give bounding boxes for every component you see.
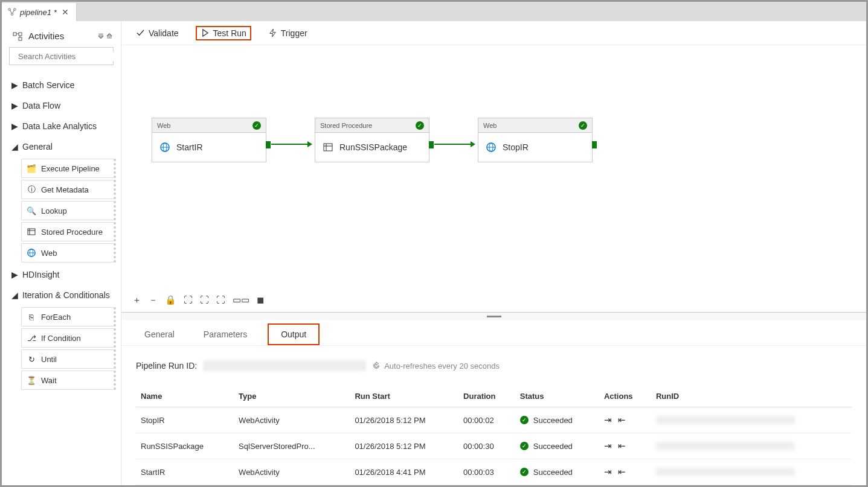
stored-procedure-icon xyxy=(323,142,333,153)
category-data-flow[interactable]: ▶Data Flow xyxy=(2,95,121,116)
node-port-out[interactable] xyxy=(592,141,597,148)
node-port-out[interactable] xyxy=(266,141,271,148)
pipeline-icon xyxy=(8,8,16,16)
input-action-icon[interactable]: ⇥ xyxy=(604,415,612,425)
activity-stored-procedure[interactable]: Stored Procedure xyxy=(21,222,116,241)
category-general[interactable]: ◢General xyxy=(2,136,121,157)
tab-parameters[interactable]: Parameters xyxy=(195,323,256,345)
category-batch-service[interactable]: ▶Batch Service xyxy=(2,75,121,95)
activities-sidebar: Activities ⟱ ⟰ ▶Batch Service ▶Data Flow… xyxy=(2,21,121,485)
table-row[interactable]: StopIR WebActivity 01/26/2018 5:12 PM 00… xyxy=(136,407,852,433)
col-actions[interactable]: Actions xyxy=(599,386,651,407)
activity-web[interactable]: Web xyxy=(21,243,116,263)
cell-start: 01/26/2018 4:41 PM xyxy=(350,459,458,485)
run-results-table: Name Type Run Start Duration Status Acti… xyxy=(136,386,852,485)
col-duration[interactable]: Duration xyxy=(458,386,515,407)
activity-execute-pipeline[interactable]: 🗂️Execute Pipeline xyxy=(21,159,116,178)
pipeline-canvas[interactable]: Web✓ StartIR Stored Procedure✓ RunSSISPa… xyxy=(121,45,866,312)
cell-status: ✓Succeeded xyxy=(515,433,599,459)
web-icon xyxy=(159,142,170,153)
close-icon[interactable]: ✕ xyxy=(60,7,70,17)
layout-icon[interactable]: ▭▭ xyxy=(233,294,249,306)
activity-if-condition[interactable]: ⎇If Condition xyxy=(21,328,116,348)
activity-wait[interactable]: ⏳Wait xyxy=(21,371,116,390)
cell-type: WebActivity xyxy=(234,459,350,485)
play-icon xyxy=(201,28,210,37)
zoom-in-icon[interactable]: ＋ xyxy=(132,294,141,306)
cell-actions: ⇥⇤ xyxy=(599,433,651,459)
tab-title: pipeline1 * xyxy=(20,8,57,17)
input-action-icon[interactable]: ⇥ xyxy=(604,466,612,477)
output-action-icon[interactable]: ⇤ xyxy=(618,441,626,451)
col-start[interactable]: Run Start xyxy=(350,386,458,407)
arrow-icon xyxy=(307,141,312,147)
panel-resize-handle[interactable] xyxy=(121,313,866,320)
svg-rect-3 xyxy=(13,33,16,36)
cell-actions: ⇥⇤ xyxy=(599,459,651,485)
node-stopir[interactable]: Web✓ StopIR xyxy=(478,118,593,162)
fullscreen-icon[interactable]: ⛶ xyxy=(216,294,225,306)
activity-until[interactable]: ↻Until xyxy=(21,349,116,369)
output-panel: General Parameters Output Pipeline Run I… xyxy=(121,312,866,485)
node-name: StartIR xyxy=(176,142,203,152)
check-icon xyxy=(136,28,145,37)
zoom-100-icon[interactable]: ⛶ xyxy=(184,294,193,306)
zoom-fit-icon[interactable]: ⛶ xyxy=(200,294,209,306)
cell-actions: ⇥⇤ xyxy=(599,407,651,433)
lock-icon[interactable]: 🔒 xyxy=(165,294,176,306)
activity-foreach[interactable]: ⎘ForEach xyxy=(21,307,116,326)
node-type-label: Web xyxy=(157,122,170,129)
success-icon: ✓ xyxy=(520,442,529,450)
category-hdinsight[interactable]: ▶HDInsight xyxy=(2,264,121,285)
trigger-button[interactable]: Trigger xyxy=(265,26,311,40)
test-run-button[interactable]: Test Run xyxy=(196,26,251,40)
svg-rect-12 xyxy=(324,144,332,151)
if-icon: ⎇ xyxy=(27,333,36,343)
execute-pipeline-icon: 🗂️ xyxy=(27,164,36,173)
node-status-icon: ✓ xyxy=(579,121,587,130)
node-port-out[interactable] xyxy=(429,141,434,148)
until-icon: ↻ xyxy=(27,354,36,364)
sidebar-title: Activities xyxy=(28,31,64,41)
activity-lookup[interactable]: 🔍Lookup xyxy=(21,201,116,220)
validate-button[interactable]: Validate xyxy=(132,26,182,40)
node-name: RunSSISPackage xyxy=(339,142,407,152)
col-runid[interactable]: RunID xyxy=(651,386,852,407)
success-icon: ✓ xyxy=(520,468,529,476)
expand-all-icon[interactable]: ⟱ xyxy=(98,32,104,40)
category-iteration[interactable]: ◢Iteration & Conditionals xyxy=(2,285,121,305)
collapse-all-icon[interactable]: ⟰ xyxy=(106,32,112,40)
col-name[interactable]: Name xyxy=(136,386,234,407)
connector xyxy=(434,144,471,145)
tab-output[interactable]: Output xyxy=(268,323,320,345)
cell-name: StopIR xyxy=(136,407,234,433)
output-action-icon[interactable]: ⇤ xyxy=(618,466,626,477)
refresh-icon[interactable] xyxy=(372,361,381,370)
cell-start: 01/26/2018 5:12 PM xyxy=(350,407,458,433)
output-action-icon[interactable]: ⇤ xyxy=(618,415,626,425)
lookup-icon: 🔍 xyxy=(27,206,36,215)
success-icon: ✓ xyxy=(520,416,529,424)
cell-status: ✓Succeeded xyxy=(515,407,599,433)
table-row[interactable]: RunSSISPackage SqlServerStoredPro... 01/… xyxy=(136,433,852,459)
node-startir[interactable]: Web✓ StartIR xyxy=(152,118,266,162)
align-icon[interactable]: ◼ xyxy=(257,294,264,306)
svg-rect-5 xyxy=(19,37,22,40)
node-runssispackage[interactable]: Stored Procedure✓ RunSSISPackage xyxy=(315,118,429,162)
col-type[interactable]: Type xyxy=(234,386,350,407)
col-status[interactable]: Status xyxy=(515,386,599,407)
svg-rect-4 xyxy=(19,33,22,36)
zoom-out-icon[interactable]: － xyxy=(149,294,158,306)
cell-type: SqlServerStoredPro... xyxy=(234,433,350,459)
table-row[interactable]: StartIR WebActivity 01/26/2018 4:41 PM 0… xyxy=(136,459,852,485)
search-activities-input[interactable] xyxy=(9,47,114,65)
input-action-icon[interactable]: ⇥ xyxy=(604,441,612,451)
pipeline-tab[interactable]: pipeline1 * ✕ xyxy=(2,3,77,21)
category-data-lake-analytics[interactable]: ▶Data Lake Analytics xyxy=(2,116,121,136)
activity-get-metadata[interactable]: ⓘGet Metadata xyxy=(21,180,116,199)
info-icon: ⓘ xyxy=(27,185,36,194)
svg-point-2 xyxy=(11,13,13,16)
tab-general[interactable]: General xyxy=(136,323,183,345)
canvas-tools: ＋ － 🔒 ⛶ ⛶ ⛶ ▭▭ ◼ xyxy=(132,294,264,306)
node-status-icon: ✓ xyxy=(416,121,424,130)
